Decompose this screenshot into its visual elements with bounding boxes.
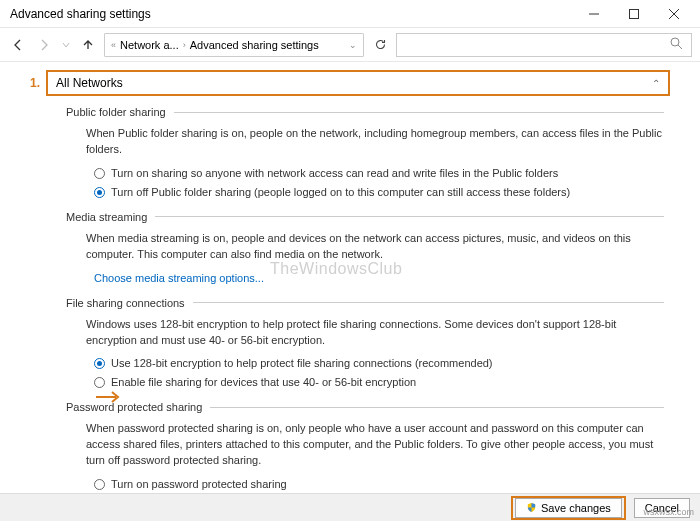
search-icon	[670, 37, 683, 52]
section-public-folder-sharing: Public folder sharing When Public folder…	[66, 106, 670, 201]
search-box[interactable]	[396, 33, 692, 57]
annotation-arrow	[94, 388, 122, 409]
minimize-button[interactable]	[574, 0, 614, 28]
radio-128bit[interactable]: Use 128-bit encryption to help protect f…	[94, 356, 664, 372]
section-desc: When password protected sharing is on, o…	[86, 421, 664, 469]
section-desc: When media streaming is on, people and d…	[86, 231, 664, 263]
window-controls	[574, 0, 694, 28]
window-title: Advanced sharing settings	[6, 7, 574, 21]
save-label: Save changes	[541, 502, 611, 514]
breadcrumb-part1[interactable]: Network a...	[120, 39, 179, 51]
section-desc: When Public folder sharing is on, people…	[86, 126, 664, 158]
media-options-link[interactable]: Choose media streaming options...	[94, 272, 264, 284]
back-button[interactable]	[8, 35, 28, 55]
maximize-button[interactable]	[614, 0, 654, 28]
divider	[155, 216, 664, 217]
radio-icon	[94, 377, 105, 388]
profile-expander-all-networks[interactable]: All Networks ⌃	[46, 70, 670, 96]
radio-icon	[94, 479, 105, 490]
shield-icon	[526, 502, 537, 513]
section-title: Password protected sharing	[66, 401, 202, 413]
radio-icon-selected	[94, 358, 105, 369]
chevron-down-icon[interactable]: ⌄	[349, 40, 357, 50]
profile-name: All Networks	[56, 76, 123, 90]
source-tag: wsxwsx.com	[643, 507, 694, 517]
chevron-right-icon: ›	[183, 40, 186, 50]
annotation-1: 1.	[30, 76, 40, 90]
chevron-up-icon: ⌃	[652, 78, 660, 89]
radio-label: Turn on sharing so anyone with network a…	[111, 166, 558, 182]
nav-toolbar: « Network a... › Advanced sharing settin…	[0, 28, 700, 62]
radio-password-on[interactable]: Turn on password protected sharing	[94, 477, 664, 492]
radio-label: Use 128-bit encryption to help protect f…	[111, 356, 493, 372]
titlebar: Advanced sharing settings	[0, 0, 700, 28]
section-password-sharing: Password protected sharing When password…	[66, 401, 670, 492]
section-title: File sharing connections	[66, 297, 185, 309]
svg-point-1	[671, 38, 679, 46]
radio-public-on[interactable]: Turn on sharing so anyone with network a…	[94, 166, 664, 182]
divider	[210, 407, 664, 408]
footer-bar: Save changes Cancel	[0, 493, 700, 521]
divider	[174, 112, 664, 113]
divider	[193, 302, 664, 303]
radio-4056bit[interactable]: Enable file sharing for devices that use…	[94, 375, 664, 391]
up-button[interactable]	[78, 35, 98, 55]
recent-dropdown[interactable]	[60, 35, 72, 55]
radio-icon	[94, 168, 105, 179]
section-title: Public folder sharing	[66, 106, 166, 118]
save-button[interactable]: Save changes	[515, 498, 622, 518]
radio-public-off[interactable]: Turn off Public folder sharing (people l…	[94, 185, 664, 201]
highlight-save: Save changes	[511, 496, 626, 520]
forward-button[interactable]	[34, 35, 54, 55]
svg-rect-0	[630, 9, 639, 18]
section-title: Media streaming	[66, 211, 147, 223]
radio-label: Enable file sharing for devices that use…	[111, 375, 416, 391]
address-bar[interactable]: « Network a... › Advanced sharing settin…	[104, 33, 364, 57]
radio-label: Turn on password protected sharing	[111, 477, 287, 492]
radio-label: Turn off Public folder sharing (people l…	[111, 185, 570, 201]
breadcrumb-sep-icon: «	[111, 40, 116, 50]
refresh-button[interactable]	[370, 35, 390, 55]
main-content: 1. All Networks ⌃ Public folder sharing …	[0, 62, 700, 492]
close-button[interactable]	[654, 0, 694, 28]
section-file-sharing: File sharing connections Windows uses 12…	[66, 297, 670, 392]
section-desc: Windows uses 128-bit encryption to help …	[86, 317, 664, 349]
breadcrumb-part2[interactable]: Advanced sharing settings	[190, 39, 319, 51]
radio-icon-selected	[94, 187, 105, 198]
section-media-streaming: Media streaming When media streaming is …	[66, 211, 670, 287]
